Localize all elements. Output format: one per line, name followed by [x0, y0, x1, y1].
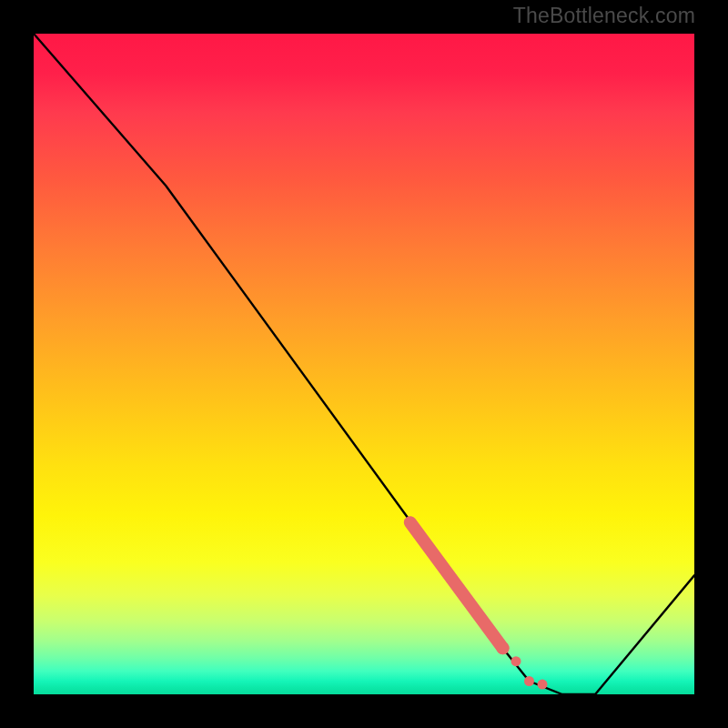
highlight-dot: [524, 676, 534, 686]
highlight-stroke: [410, 522, 503, 648]
curve-line: [34, 34, 694, 694]
highlight-dots: [497, 642, 548, 689]
plot-area: [34, 34, 694, 694]
watermark-text: TheBottleneck.com: [513, 4, 695, 28]
highlight-dot: [511, 656, 521, 666]
highlight-dot: [538, 680, 548, 690]
chart-svg: [34, 34, 694, 694]
highlight-dot: [497, 642, 510, 654]
